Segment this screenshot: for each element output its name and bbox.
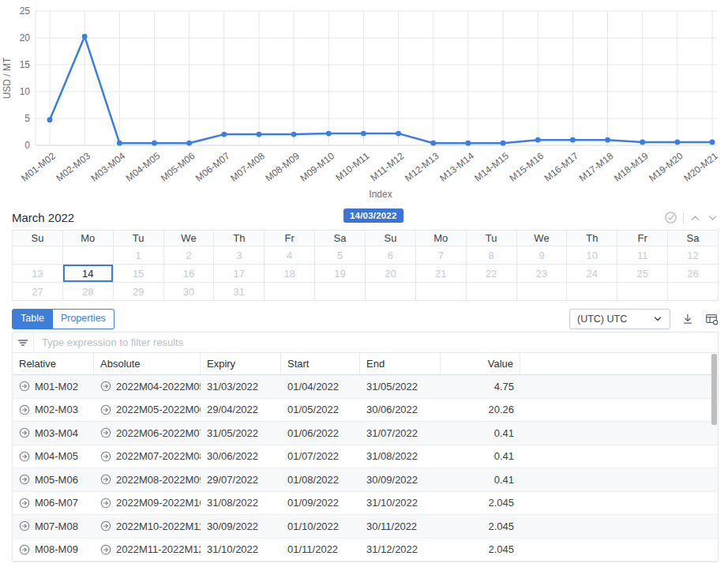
goto-arrow-icon[interactable] [19, 404, 30, 415]
cell-value: 4.75 [441, 381, 520, 393]
calendar-day[interactable]: 30 [164, 283, 215, 301]
goto-arrow-icon[interactable] [100, 404, 111, 415]
column-header-value[interactable]: Value [441, 353, 520, 374]
goto-arrow-icon[interactable] [19, 381, 30, 392]
table-row[interactable]: M02-M032022M05-2022M0629/04/202201/05/20… [13, 399, 718, 423]
calendar-weekday: Fr [617, 231, 668, 246]
cell-end: 30/09/2022 [360, 474, 441, 486]
calendar-day [416, 283, 467, 301]
calendar-day[interactable]: 26 [668, 265, 719, 283]
calendar-day-selected[interactable]: 14 [63, 265, 114, 283]
goto-arrow-icon[interactable] [19, 427, 30, 438]
calendar-day[interactable]: 1 [114, 246, 164, 265]
calendar-weekday: Su [366, 231, 416, 246]
calendar-day[interactable]: 10 [567, 246, 617, 265]
svg-text:M05-M06: M05-M06 [159, 150, 197, 183]
check-circle-icon[interactable] [664, 211, 677, 224]
calendar-day[interactable]: 20 [366, 265, 416, 283]
cell-relative: M08-M09 [13, 543, 94, 555]
calendar-day[interactable]: 16 [164, 265, 215, 283]
calendar-day[interactable]: 25 [617, 265, 668, 283]
cell-relative: M01-M02 [13, 381, 94, 393]
calendar-day[interactable]: 12 [668, 246, 719, 265]
calendar-grid: SuMoTuWeThFrSaSuMoTuWeThFrSa123456789101… [12, 230, 719, 301]
cell-end: 31/12/2022 [360, 543, 441, 555]
table-row[interactable]: M01-M022022M04-2022M0531/03/202201/04/20… [13, 375, 718, 399]
calendar-day[interactable]: 18 [265, 265, 315, 283]
calendar-day[interactable]: 13 [13, 265, 63, 283]
calendar-day[interactable]: 15 [114, 265, 164, 283]
goto-arrow-icon[interactable] [100, 381, 111, 392]
table-row[interactable]: M05-M062022M08-2022M0929/07/202201/08/20… [13, 468, 718, 492]
calendar-day[interactable]: 24 [567, 265, 617, 283]
table-row[interactable]: M07-M082022M10-2022M1130/09/202201/10/20… [13, 515, 718, 539]
column-header-start[interactable]: Start [281, 353, 360, 374]
goto-arrow-icon[interactable] [19, 498, 30, 509]
chevron-down-icon[interactable] [707, 212, 719, 224]
selected-date-badge[interactable]: 14/03/2022 [343, 208, 403, 223]
table-row[interactable]: M04-M052022M07-2022M0830/06/202201/07/20… [13, 445, 718, 469]
calendar-day[interactable]: 23 [517, 265, 568, 283]
calendar-day[interactable]: 5 [315, 246, 366, 265]
filter-input[interactable] [34, 336, 718, 348]
cell-absolute: 2022M11-2022M12 [94, 543, 201, 555]
svg-text:M09-M10: M09-M10 [298, 150, 337, 183]
cell-end: 30/11/2022 [360, 520, 441, 532]
column-header-end[interactable]: End [360, 353, 441, 374]
column-header-expiry[interactable]: Expiry [201, 353, 281, 374]
column-header-relative[interactable]: Relative [13, 353, 94, 374]
calendar-day[interactable]: 11 [617, 246, 668, 265]
goto-arrow-icon[interactable] [100, 427, 111, 438]
goto-arrow-icon[interactable] [100, 451, 111, 462]
calendar-day[interactable]: 6 [366, 246, 416, 265]
goto-arrow-icon[interactable] [19, 544, 30, 555]
goto-arrow-icon[interactable] [100, 520, 111, 532]
calendar-day[interactable]: 7 [416, 246, 467, 265]
calendar-day[interactable]: 3 [214, 246, 265, 265]
column-header-absolute[interactable]: Absolute [94, 353, 201, 374]
calendar-day[interactable]: 31 [214, 283, 265, 301]
table-header-row: Relative Absolute Expiry Start End Value [13, 353, 718, 375]
table-row[interactable]: M06-M072022M09-2022M1031/08/202201/09/20… [13, 492, 718, 516]
calendar-day[interactable]: 27 [13, 283, 63, 301]
cell-start: 01/10/2022 [281, 520, 360, 532]
calendar-toolbar [664, 211, 719, 224]
cell-end: 31/05/2022 [360, 381, 441, 393]
goto-arrow-icon[interactable] [19, 520, 30, 532]
cell-value: 0.41 [441, 427, 520, 439]
cell-end: 31/07/2022 [360, 427, 441, 439]
svg-text:M18-M19: M18-M19 [612, 150, 651, 183]
calendar-day[interactable]: 21 [416, 265, 467, 283]
cell-absolute: 2022M05-2022M06 [94, 404, 201, 415]
calendar-day[interactable]: 17 [214, 265, 265, 283]
timezone-select[interactable]: (UTC) UTC [569, 309, 670, 329]
calendar-day[interactable]: 29 [114, 283, 164, 301]
cell-value: 2.045 [441, 543, 520, 555]
table-row[interactable]: M08-M092022M11-2022M1231/10/202201/11/20… [13, 539, 718, 562]
calendar-day[interactable]: 28 [63, 283, 114, 301]
goto-arrow-icon[interactable] [19, 451, 30, 462]
calendar-day[interactable]: 9 [517, 246, 568, 265]
calendar-day[interactable]: 4 [265, 246, 315, 265]
tab-properties[interactable]: Properties [53, 309, 114, 329]
cell-expiry: 29/07/2022 [201, 474, 281, 486]
calendar-day[interactable]: 8 [467, 246, 517, 265]
toolbar-right-group: (UTC) UTC [569, 309, 719, 329]
table-scrollbar-thumb[interactable] [711, 354, 717, 425]
calendar-day[interactable]: 2 [164, 246, 215, 265]
cell-start: 01/07/2022 [281, 450, 360, 462]
download-icon[interactable] [681, 313, 694, 325]
calendar-day [315, 283, 366, 301]
calendar-weekday: Tu [467, 231, 517, 246]
table-row[interactable]: M03-M042022M06-2022M0731/05/202201/06/20… [13, 422, 718, 445]
goto-arrow-icon[interactable] [19, 474, 30, 485]
goto-arrow-icon[interactable] [100, 544, 111, 555]
chevron-up-icon[interactable] [689, 212, 701, 224]
calendar-day[interactable]: 19 [315, 265, 366, 283]
goto-arrow-icon[interactable] [100, 498, 111, 509]
calendar-day[interactable]: 22 [467, 265, 517, 283]
goto-arrow-icon[interactable] [100, 474, 111, 485]
table-settings-icon[interactable] [705, 313, 719, 325]
svg-text:0: 0 [24, 140, 30, 151]
tab-table[interactable]: Table [12, 309, 53, 329]
